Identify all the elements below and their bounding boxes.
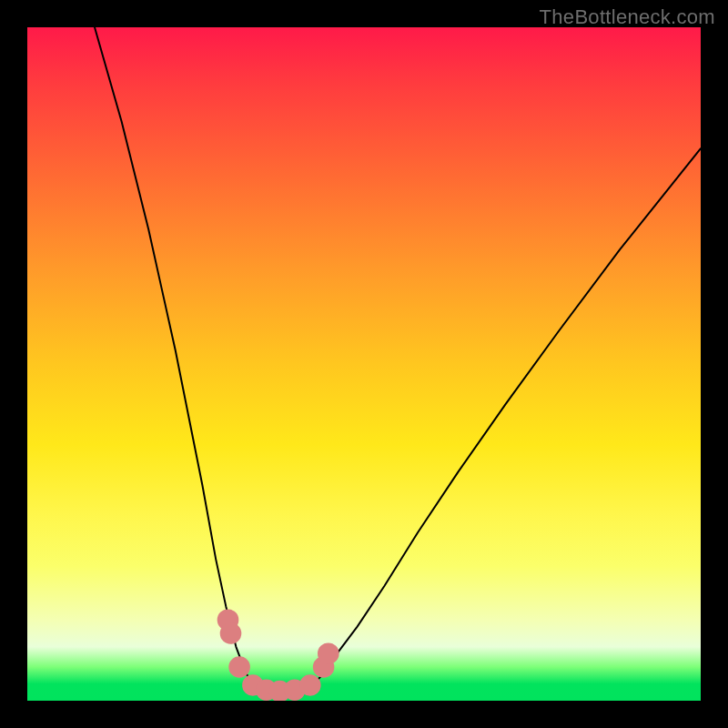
bottleneck-curve	[95, 27, 701, 693]
watermark-text: TheBottleneck.com	[540, 5, 715, 29]
plot-area	[27, 27, 701, 701]
data-point-marker	[318, 642, 339, 664]
data-point-marker	[228, 656, 250, 678]
chart-frame: TheBottleneck.com	[0, 0, 728, 728]
data-point-marker	[220, 622, 242, 644]
data-point-marker	[299, 674, 321, 696]
curve-svg	[27, 27, 701, 701]
